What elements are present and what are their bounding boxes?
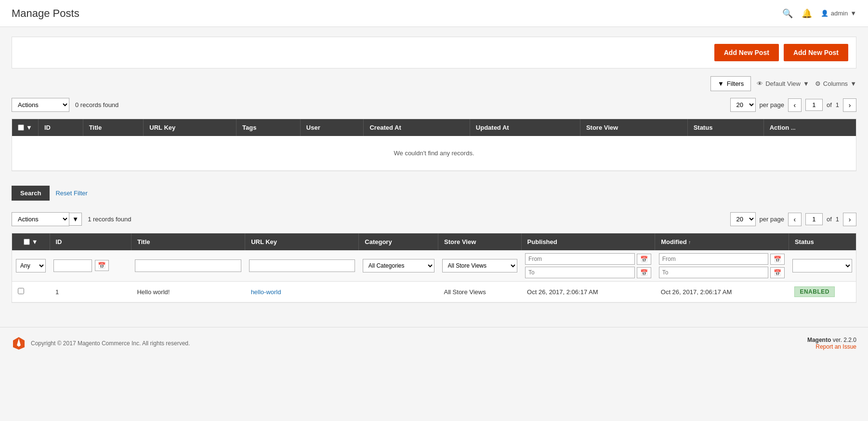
admin-label: admin [831,10,848,17]
filter-cell-modified: 📅 📅 [655,250,789,282]
filter-id-input[interactable] [53,259,92,272]
top-grid-select-all-checkbox[interactable] [18,124,24,131]
magento-version-label: Magento [807,337,831,343]
filter-cell-id: 📅 [50,250,131,282]
bottom-grid-prev-page-button[interactable]: ‹ [788,213,802,226]
top-grid-page-input[interactable] [805,99,823,111]
gear-icon: ⚙ [815,80,821,87]
row-checkbox[interactable] [18,288,24,294]
filter-modified-to-calendar-btn[interactable]: 📅 [770,267,785,278]
bottom-grid-header-row: ▼ ID Title URL Key Category Store View P… [12,233,856,250]
bottom-grid-per-page-select[interactable]: 20 [730,212,756,226]
bottom-grid-col-store-view[interactable]: Store View [438,233,522,250]
chevron-down-icon: ▼ [850,80,856,87]
filter-store-view-select[interactable]: All Store Views [442,259,518,272]
bottom-grid-col-status[interactable]: Status [789,233,856,250]
row-store-view-cell: All Store Views [438,282,522,302]
filter-id-calendar-btn[interactable]: 📅 [95,260,109,271]
top-grid-pagination: 20 per page ‹ of 1 › [730,98,856,112]
bottom-grid-records-count: 1 records found [88,216,131,223]
report-issue-link[interactable]: Report an Issue [807,343,856,350]
filters-label: Filters [727,80,744,87]
filter-published-to-input[interactable] [525,267,635,278]
filter-title-input[interactable] [135,259,241,272]
footer-left: Copyright © 2017 Magento Commerce Inc. A… [12,336,190,351]
row-url-key-link[interactable]: hello-world [251,288,281,296]
magento-version: ver. 2.2.0 [833,337,856,343]
add-new-post-button-1[interactable]: Add New Post [714,44,779,61]
search-icon[interactable]: 🔍 [782,8,793,19]
table-row: 1 Hello world! hello-world All Store Vie… [12,282,856,302]
bottom-grid-actions-select[interactable]: Actions [12,212,69,226]
columns-button[interactable]: ⚙ Columns ▼ [815,80,856,87]
top-grid-per-page-select[interactable]: 20 [730,98,756,112]
top-grid-actions-left: Actions 0 records found [12,98,118,112]
top-grid-actions-select[interactable]: Actions [12,98,69,112]
filter-id-condition-select[interactable]: Any Is Is Not [16,259,46,272]
chevron-down-icon[interactable]: ▼ [32,238,38,245]
filter-status-select[interactable]: Enabled Disabled [792,259,852,272]
row-modified-cell: Oct 26, 2017, 2:06:17 AM [655,282,789,302]
header-right: 🔍 🔔 👤 admin ▼ [782,8,856,19]
filter-modified-to-input[interactable] [659,267,769,278]
bottom-grid-col-url-key[interactable]: URL Key [245,233,359,250]
filter-modified-from-calendar-btn[interactable]: 📅 [770,254,785,265]
top-grid-empty-row: We couldn't find any records. [12,136,856,171]
filter-published-from-calendar-btn[interactable]: 📅 [637,254,651,265]
filter-published-to-calendar-btn[interactable]: 📅 [637,267,651,278]
top-action-bar: Add New Post Add New Post [12,37,856,68]
bottom-grid-col-title[interactable]: Title [131,233,245,250]
filter-cell-title [131,250,245,282]
row-id-cell: 1 [50,282,131,302]
default-view-button[interactable]: 👁 Default View ▼ [757,80,809,87]
status-badge: ENABLED [794,286,835,297]
bell-icon[interactable]: 🔔 [802,8,812,19]
bottom-grid-page-input[interactable] [805,213,823,225]
filters-button[interactable]: ▼ Filters [710,76,751,91]
bottom-grid-table: ▼ ID Title URL Key Category Store View P… [12,233,856,302]
bottom-grid-page-total: 1 [836,216,839,223]
top-grid-col-updated-at: Updated At [470,119,580,136]
chevron-down-icon: ▼ [803,80,809,87]
row-published-cell: Oct 26, 2017, 2:06:17 AM [521,282,655,302]
filter-category-select[interactable]: All Categories [363,259,434,272]
row-url-key-cell: hello-world [245,282,359,302]
default-view-label: Default View [765,80,801,87]
bottom-grid-col-modified[interactable]: Modified ↑ [655,233,789,250]
filter-modified-from-input[interactable] [659,253,769,265]
row-status-cell: ENABLED [789,282,856,302]
bottom-grid-col-published[interactable]: Published [521,233,655,250]
footer: Copyright © 2017 Magento Commerce Inc. A… [0,327,868,359]
bottom-grid-col-id[interactable]: ID [50,233,131,250]
filter-published-from-input[interactable] [525,253,635,265]
top-grid-col-store-view: Store View [580,119,687,136]
bottom-grid-actions-dropdown-btn[interactable]: ▼ [69,213,82,226]
bottom-grid-col-category[interactable]: Category [359,233,438,250]
admin-user-menu[interactable]: 👤 admin ▼ [821,10,856,17]
add-new-post-button-2[interactable]: Add New Post [784,44,848,61]
bottom-grid-next-page-button[interactable]: › [843,213,856,226]
footer-right: Magento ver. 2.2.0 Report an Issue [807,337,856,350]
top-grid-header-row: ▼ ID Title URL Key Tags User Created At … [12,119,856,136]
top-grid-page-total: 1 [836,101,839,109]
chevron-down-icon: ▼ [850,10,856,17]
user-icon: 👤 [821,10,829,17]
bottom-grid-select-all-checkbox[interactable] [24,239,30,245]
top-grid-prev-page-button[interactable]: ‹ [788,98,802,112]
main-content: Add New Post Add New Post ▼ Filters 👁 De… [0,27,868,322]
row-category-cell [359,282,438,302]
bottom-grid-filter-row: Any Is Is Not 📅 [12,250,856,282]
chevron-down-icon[interactable]: ▼ [26,124,32,131]
search-button[interactable]: Search [12,186,50,201]
bottom-grid-per-page-label: per page [760,216,784,223]
top-grid-per-page-label: per page [760,101,784,109]
eye-icon: 👁 [757,80,763,87]
filter-icon: ▼ [718,80,724,87]
footer-version: Magento ver. 2.2.0 [807,337,856,343]
filter-cell-checkbox: Any Is Is Not [12,250,50,282]
footer-copyright: Copyright © 2017 Magento Commerce Inc. A… [31,340,190,347]
filter-url-key-input[interactable] [249,259,355,272]
top-grid-next-page-button[interactable]: › [843,98,856,112]
reset-filter-link[interactable]: Reset Filter [55,190,87,197]
top-grid-col-checkbox: ▼ [12,119,38,136]
